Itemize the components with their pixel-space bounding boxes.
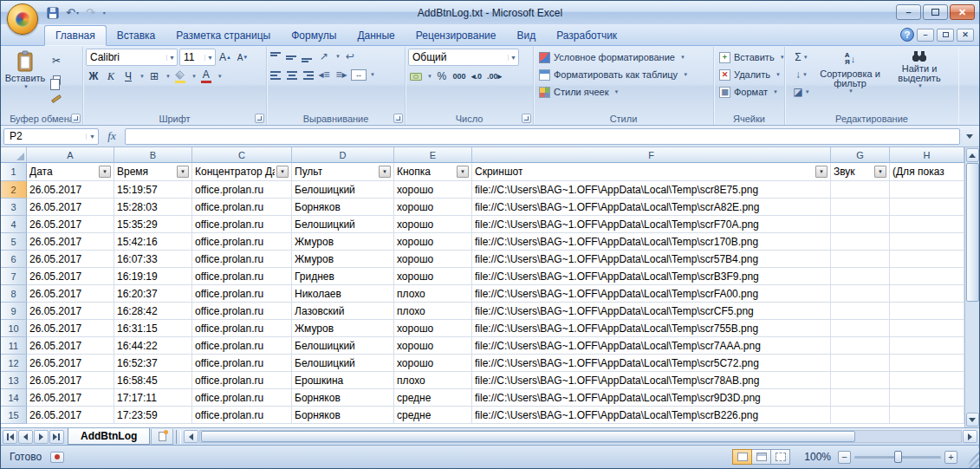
- cell[interactable]: [890, 251, 964, 268]
- cell[interactable]: file://C:\Users\BAG~1.OFF\AppData\Local\…: [472, 199, 831, 216]
- minimize-button[interactable]: –: [896, 4, 921, 20]
- cell[interactable]: [831, 216, 890, 233]
- cell[interactable]: [831, 285, 890, 303]
- header-cell[interactable]: (Для показ: [890, 163, 964, 181]
- scroll-right-button[interactable]: [963, 430, 977, 443]
- cell[interactable]: [890, 303, 964, 320]
- cell[interactable]: office.prolan.ru: [192, 268, 292, 285]
- header-cell[interactable]: Пульт: [292, 163, 394, 181]
- cell[interactable]: file://C:\Users\BAG~1.OFF\AppData\Local\…: [472, 285, 831, 303]
- ribbon-tab[interactable]: Главная: [44, 25, 107, 46]
- underline-button[interactable]: Ч: [120, 68, 136, 84]
- filter-dropdown-button[interactable]: [177, 166, 189, 178]
- cell[interactable]: хорошо: [394, 199, 472, 216]
- format-painter-button[interactable]: [49, 91, 64, 107]
- column-header[interactable]: F: [472, 147, 831, 163]
- cell[interactable]: [890, 199, 964, 216]
- ribbon-tab[interactable]: Вставка: [107, 26, 166, 45]
- tab-split-handle[interactable]: [176, 430, 181, 444]
- cell[interactable]: 16:28:42: [114, 303, 192, 320]
- zoom-level[interactable]: 100%: [804, 451, 831, 463]
- filter-dropdown-button[interactable]: [276, 166, 289, 178]
- column-header[interactable]: D: [292, 147, 394, 163]
- cell[interactable]: 26.05.2017: [27, 251, 114, 268]
- row-header[interactable]: 6: [1, 251, 27, 268]
- cell[interactable]: [831, 233, 890, 251]
- cell[interactable]: office.prolan.ru: [192, 337, 292, 355]
- orientation-button[interactable]: ↗: [316, 49, 332, 64]
- cell[interactable]: Белошицкий: [292, 355, 394, 372]
- fill-color-button[interactable]: [172, 68, 188, 84]
- cell[interactable]: [890, 337, 964, 355]
- first-sheet-button[interactable]: [3, 430, 17, 444]
- align-center-button[interactable]: [285, 68, 299, 81]
- cell[interactable]: file://C:\Users\BAG~1.OFF\AppData\Local\…: [472, 216, 831, 233]
- cell[interactable]: хорошо: [394, 233, 472, 251]
- cell[interactable]: [890, 372, 964, 389]
- cell[interactable]: хорошо: [394, 251, 472, 268]
- align-left-button[interactable]: [269, 68, 283, 81]
- row-header[interactable]: 5: [1, 233, 27, 251]
- cell[interactable]: 15:35:29: [114, 216, 192, 233]
- workbook-minimize-button[interactable]: –: [917, 29, 934, 42]
- record-macro-button[interactable]: [50, 452, 64, 463]
- filter-dropdown-button[interactable]: [99, 166, 111, 178]
- cell[interactable]: Белошицкий: [292, 216, 394, 233]
- cell[interactable]: [831, 199, 890, 216]
- column-header[interactable]: G: [831, 147, 890, 163]
- conditional-formatting-button[interactable]: Условное форматирование▼: [536, 49, 711, 66]
- ribbon-tab[interactable]: Разработчик: [546, 26, 627, 45]
- clipboard-dialog-launcher[interactable]: [71, 114, 81, 123]
- normal-view-button[interactable]: [732, 449, 752, 465]
- cell[interactable]: [831, 355, 890, 372]
- cell[interactable]: 15:42:16: [114, 233, 192, 251]
- cell[interactable]: file://C:\Users\BAG~1.OFF\AppData\Local\…: [472, 337, 831, 355]
- cell[interactable]: 17:23:59: [114, 407, 192, 424]
- align-right-button[interactable]: [301, 68, 315, 81]
- header-cell[interactable]: Звук: [831, 163, 890, 181]
- cell[interactable]: 16:52:37: [114, 355, 192, 372]
- number-format-dropdown-icon[interactable]: ▼: [508, 55, 516, 61]
- column-header[interactable]: C: [192, 147, 292, 163]
- cell[interactable]: 26.05.2017: [27, 233, 114, 251]
- fill-button[interactable]: ↓▼: [788, 67, 815, 82]
- cell[interactable]: плохо: [394, 285, 472, 303]
- cell[interactable]: Белошицкий: [292, 337, 394, 355]
- ribbon-tab[interactable]: Формулы: [281, 26, 347, 45]
- name-box-dropdown-icon[interactable]: ▼: [86, 134, 98, 140]
- column-header[interactable]: A: [27, 147, 114, 163]
- cell[interactable]: file://C:\Users\BAG~1.OFF\AppData\Local\…: [472, 372, 831, 389]
- font-color-dropdown-icon[interactable]: ▼: [217, 74, 223, 79]
- cell[interactable]: хорошо: [394, 337, 472, 355]
- cell[interactable]: 16:19:19: [114, 268, 192, 285]
- row-header[interactable]: 11: [1, 337, 27, 355]
- paste-button[interactable]: Вставить ▼: [4, 49, 46, 112]
- close-button[interactable]: ✕: [950, 4, 975, 20]
- format-as-table-button[interactable]: Форматировать как таблицу▼: [536, 66, 711, 83]
- cell[interactable]: 26.05.2017: [27, 199, 114, 216]
- cell[interactable]: office.prolan.ru: [192, 303, 292, 320]
- cell[interactable]: office.prolan.ru: [192, 372, 292, 389]
- cell[interactable]: [890, 320, 964, 337]
- cell[interactable]: 26.05.2017: [27, 181, 114, 199]
- expand-formula-bar-button[interactable]: [963, 128, 977, 145]
- cell[interactable]: [831, 337, 890, 355]
- font-family-dropdown-icon[interactable]: ▼: [166, 55, 175, 61]
- cell[interactable]: [890, 355, 964, 372]
- cell[interactable]: хорошо: [394, 268, 472, 285]
- undo-dropdown-icon[interactable]: ▾: [76, 10, 79, 16]
- font-size-select[interactable]: 11▼: [179, 49, 216, 66]
- column-header[interactable]: B: [114, 147, 192, 163]
- row-header[interactable]: 1: [1, 163, 27, 181]
- cell[interactable]: [831, 181, 890, 199]
- cell[interactable]: file://C:\Users\BAG~1.OFF\AppData\Local\…: [472, 181, 831, 199]
- row-header[interactable]: 3: [1, 199, 27, 216]
- cell[interactable]: 16:07:33: [114, 251, 192, 268]
- workbook-restore-button[interactable]: [937, 29, 954, 42]
- sort-filter-button[interactable]: АЯ↓ Сортировка и фильтр▼: [815, 49, 885, 112]
- cell[interactable]: Белошицкий: [292, 181, 394, 199]
- cell[interactable]: 26.05.2017: [27, 407, 114, 424]
- cell[interactable]: 16:44:22: [114, 337, 192, 355]
- sheet-tab-addbtnlog[interactable]: AddBtnLog: [68, 428, 150, 445]
- cell[interactable]: [890, 233, 964, 251]
